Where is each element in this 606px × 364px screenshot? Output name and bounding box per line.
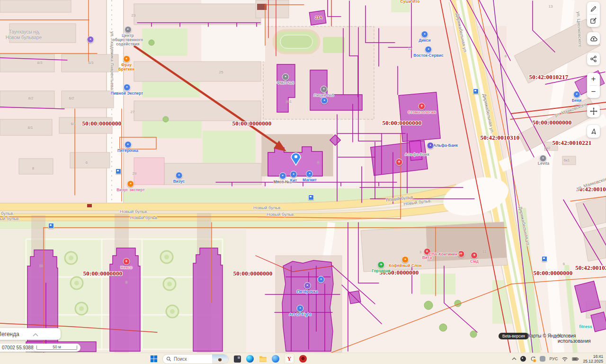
taskbar-app-red[interactable] — [299, 355, 307, 363]
district-label: Таунхаусы на Новом бульваре — [4, 29, 44, 40]
cadastral-label: 50:00:0000000 — [232, 120, 272, 127]
poi-icon: • — [176, 172, 183, 179]
poi-icon: • — [127, 180, 134, 187]
taskbar-clock[interactable]: 16:41 25.12.2025 — [583, 354, 603, 364]
folder-icon — [259, 355, 267, 362]
network-button[interactable] — [561, 356, 568, 362]
pencil-button[interactable] — [589, 3, 597, 12]
taskbar-app-edge[interactable] — [246, 355, 254, 363]
poi[interactable]: + Стоматология — [408, 103, 436, 115]
edit-note-button[interactable] — [589, 17, 597, 26]
poi-text-label: Levita — [538, 161, 550, 166]
taskbar-app-yandex-active[interactable]: Y — [284, 354, 294, 364]
transit-stop-icon[interactable] — [48, 223, 54, 229]
terms-link[interactable]: Условия использования — [558, 333, 606, 344]
building-number: 6/1 — [71, 122, 76, 126]
poi[interactable]: • Кофейный Слон — [389, 256, 421, 268]
poi[interactable]: + Смд — [470, 252, 479, 264]
transit-stop-icon[interactable] — [116, 169, 121, 174]
transit-stop-icon[interactable] — [308, 195, 314, 200]
taskbar-app-explorer[interactable] — [258, 355, 267, 363]
pan-mode-button[interactable] — [587, 105, 600, 117]
tray-expand-button[interactable] — [512, 357, 517, 360]
poi-icon: • — [304, 282, 311, 289]
poi[interactable]: + — [396, 159, 403, 166]
cadastral-label: 50:42:0010217 — [529, 73, 569, 81]
building-number: 8 — [32, 166, 34, 170]
poi[interactable]: • Визус эксперт — [116, 180, 145, 192]
poi[interactable]: • Беки — [572, 91, 581, 103]
building-number: 8/3 — [37, 61, 42, 65]
locate-icon — [590, 128, 597, 135]
language-indicator[interactable]: РУС — [549, 356, 558, 361]
poi-icon: • — [421, 31, 428, 38]
poi-label: Пятёрочка — [297, 290, 318, 294]
poi[interactable]: • Мясо №1 — [274, 172, 292, 184]
poi[interactable]: • Кит — [290, 171, 297, 183]
transit-stop-icon[interactable] — [473, 89, 479, 94]
poi[interactable]: • Визус — [173, 172, 185, 184]
battery-icon — [572, 356, 579, 362]
poi-label: Мясо №1 — [274, 180, 292, 184]
poi-icon: • — [282, 73, 289, 80]
poi-label: Пятёрочка — [117, 149, 138, 153]
poi[interactable]: • Art Of Fight — [289, 305, 311, 317]
poi[interactable]: • — [321, 97, 328, 105]
poi[interactable]: • Лицей №5 — [314, 86, 334, 98]
poi-icon: • — [290, 171, 297, 178]
poi[interactable]: • Дикси — [419, 31, 430, 43]
poi-label: Смд — [470, 259, 479, 264]
building-number: 11 — [39, 264, 43, 268]
zoom-out-button[interactable]: − — [587, 86, 600, 98]
map-canvas[interactable]: 50:00:000000050:00:000000050:00:00000005… — [0, 0, 606, 353]
poi-label: ФМЛ №5 — [277, 81, 294, 85]
start-button[interactable] — [150, 355, 158, 363]
building-number: 6/2 — [69, 96, 74, 100]
building-number: 6 — [563, 262, 565, 266]
poi[interactable]: • ФМЛ №5 — [277, 73, 294, 85]
transit-stop-icon[interactable] — [542, 256, 547, 262]
tray-app-1[interactable] — [520, 356, 526, 362]
poi-text-label: fitness — [579, 324, 592, 329]
search-icon — [166, 356, 171, 362]
street-label: Новый бульв. — [120, 209, 148, 214]
poi[interactable]: • — [87, 36, 94, 44]
poi[interactable]: • Пятёрочка — [297, 282, 318, 294]
battery-button[interactable] — [572, 356, 579, 362]
poi[interactable]: • Центр общественного содействия — [112, 26, 143, 47]
weather-widget-image[interactable] — [212, 355, 228, 364]
poi[interactable]: + Нексо — [121, 258, 133, 270]
zoom-in-button[interactable]: + — [587, 73, 600, 85]
poi[interactable]: • Магнит — [303, 170, 317, 182]
taskbar-search[interactable]: Поиск — [162, 354, 229, 364]
poi-icon: • — [125, 141, 132, 148]
poi[interactable]: • Пятёрочка — [117, 141, 138, 153]
poi[interactable]: • — [318, 276, 325, 284]
draw-tools-group — [587, 2, 600, 27]
poi-label: Центр общественного содействия — [112, 34, 143, 47]
poi-text-label: 23А — [315, 15, 322, 20]
poi[interactable]: • Пивной Эксперт — [111, 84, 143, 96]
share-button[interactable] — [587, 53, 600, 65]
zoom-controls: + − — [587, 73, 600, 98]
poi[interactable]: + Горздрав — [372, 261, 390, 273]
tray-gray-icon — [540, 356, 545, 362]
tray-app-2[interactable] — [540, 356, 545, 362]
building-number: 29 — [133, 171, 137, 176]
building-number: 2к1 — [286, 99, 292, 104]
collapse-icon — [33, 330, 38, 338]
upload-button[interactable] — [587, 32, 600, 45]
red-app-icon — [299, 355, 307, 363]
poi-icon: • — [321, 97, 328, 104]
wifi-icon — [561, 356, 568, 362]
poi[interactable]: • Восток-Сервис — [413, 46, 444, 58]
poi[interactable]: • Фрау Бреткен — [113, 55, 140, 71]
poi-label: Кит — [290, 178, 297, 183]
tray-sync[interactable] — [530, 356, 536, 362]
share-icon — [589, 55, 597, 63]
taskbar-app-blue[interactable] — [271, 355, 280, 363]
legend-panel[interactable]: Легенда — [0, 328, 61, 340]
taskbar-app-dark[interactable] — [233, 355, 241, 363]
locate-me-button[interactable] — [587, 125, 600, 138]
poi-text-label: СПА-Континент — [428, 252, 459, 257]
